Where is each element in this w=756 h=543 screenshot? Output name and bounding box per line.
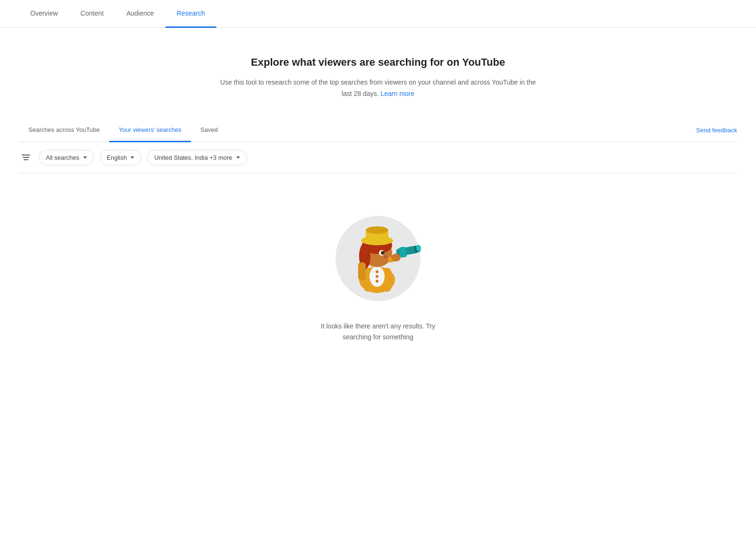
search-tabs: Searches across YouTube Your viewers' se…: [19, 119, 737, 142]
hero-section: Explore what viewers are searching for o…: [0, 28, 756, 119]
svg-point-4: [376, 270, 378, 273]
top-nav: Overview Content Audience Research: [0, 0, 756, 28]
empty-state-text: It looks like there aren't any results. …: [321, 321, 435, 344]
svg-point-24: [391, 254, 401, 261]
tab-overview[interactable]: Overview: [19, 0, 69, 28]
filter-line-3: [24, 159, 28, 160]
empty-message-line1: It looks like there aren't any results. …: [321, 322, 435, 330]
svg-point-5: [376, 275, 378, 278]
filter-line-2: [23, 157, 29, 158]
learn-more-link[interactable]: Learn more: [380, 90, 414, 97]
hero-title: Explore what viewers are searching for o…: [19, 56, 737, 69]
tab-your-viewers-searches[interactable]: Your viewers' searches: [109, 119, 191, 142]
tab-searches-across-youtube[interactable]: Searches across YouTube: [19, 119, 109, 142]
filter-line-1: [22, 155, 30, 155]
language-label: English: [107, 154, 127, 161]
all-searches-label: All searches: [46, 154, 79, 161]
filters-bar: All searches English United States, Indi…: [19, 142, 737, 173]
send-feedback-button[interactable]: Send feedback: [696, 119, 737, 141]
svg-point-13: [366, 226, 388, 234]
empty-state-illustration: [326, 202, 430, 306]
tab-audience[interactable]: Audience: [115, 0, 165, 28]
svg-point-6: [376, 280, 378, 283]
svg-point-15: [381, 251, 385, 255]
language-arrow-icon: [130, 156, 134, 159]
svg-point-16: [384, 255, 387, 258]
location-label: United States, India +3 more: [154, 154, 232, 161]
empty-message-line2: searching for something: [343, 333, 413, 341]
all-searches-dropdown[interactable]: All searches: [39, 150, 94, 165]
tab-content[interactable]: Content: [69, 0, 115, 28]
location-dropdown[interactable]: United States, India +3 more: [147, 150, 247, 165]
location-arrow-icon: [236, 156, 240, 159]
tab-research[interactable]: Research: [165, 0, 216, 28]
all-searches-arrow-icon: [83, 156, 87, 159]
hero-description-text: Use this tool to research some of the to…: [220, 78, 536, 97]
empty-state: It looks like there aren't any results. …: [0, 173, 756, 381]
filter-icon[interactable]: [19, 153, 33, 162]
svg-rect-23: [358, 262, 366, 280]
tab-saved[interactable]: Saved: [191, 119, 227, 142]
language-dropdown[interactable]: English: [100, 150, 142, 165]
search-section: Searches across YouTube Your viewers' se…: [0, 119, 756, 173]
hero-description: Use this tool to research some of the to…: [217, 77, 539, 100]
